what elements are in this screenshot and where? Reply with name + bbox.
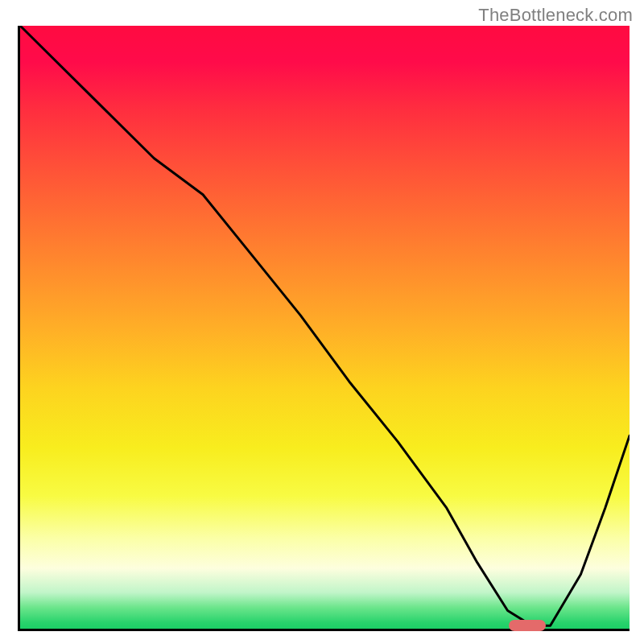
curve-line [20,26,630,625]
watermark-text: TheBottleneck.com [478,5,633,26]
plot-area [18,26,630,631]
curve-svg [20,26,630,629]
chart-container: TheBottleneck.com [0,0,644,644]
highlight-marker [509,620,546,631]
